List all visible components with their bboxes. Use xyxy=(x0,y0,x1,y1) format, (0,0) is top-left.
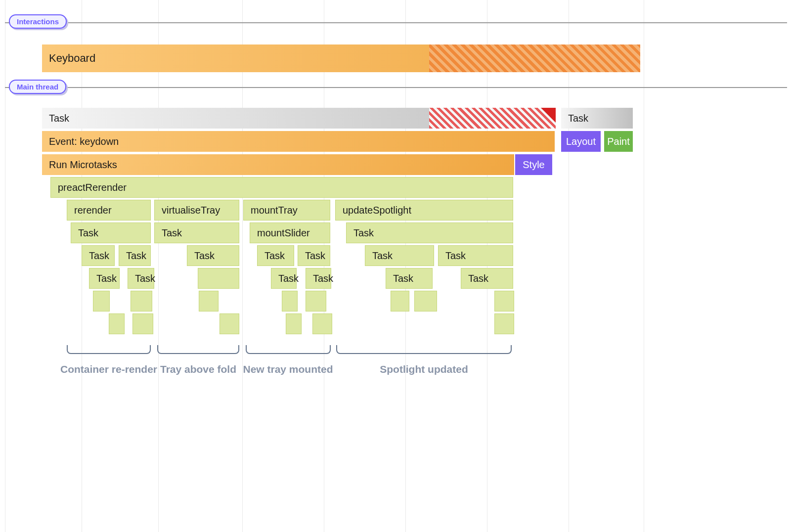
style-bar[interactable]: Style xyxy=(515,154,552,175)
l4-task[interactable]: Task xyxy=(346,222,513,243)
l7-task[interactable] xyxy=(199,291,219,311)
virtualise-tray-bar[interactable]: virtualiseTray xyxy=(154,200,239,221)
l6-task[interactable]: Task xyxy=(271,268,297,289)
bracket-2 xyxy=(157,345,239,354)
l6-task[interactable]: Task xyxy=(306,268,331,289)
rerender-bar[interactable]: rerender xyxy=(67,200,151,221)
flame-chart: Interactions Keyboard Main thread Task T… xyxy=(0,0,792,532)
l7-task[interactable] xyxy=(391,291,409,311)
l8-task[interactable] xyxy=(220,313,239,334)
l6-task[interactable]: Task xyxy=(89,268,120,289)
annotation-1: Container re-render xyxy=(44,363,173,375)
l7-task[interactable] xyxy=(414,291,437,311)
l5-task[interactable]: Task xyxy=(187,245,239,266)
update-spotlight-bar[interactable]: updateSpotlight xyxy=(335,200,513,221)
event-keydown-bar[interactable]: Event: keydown xyxy=(42,131,555,152)
annotation-4: Spotlight updated xyxy=(336,363,512,375)
bracket-3 xyxy=(246,345,331,354)
l5-task[interactable]: Task xyxy=(257,245,294,266)
interactions-label: Interactions xyxy=(9,14,67,29)
l7-task[interactable] xyxy=(93,291,110,311)
bracket-1 xyxy=(67,345,151,354)
l8-task[interactable] xyxy=(286,313,302,334)
interaction-bar-hatch xyxy=(429,44,640,72)
l6-task[interactable]: Task xyxy=(386,268,433,289)
l8-task[interactable] xyxy=(494,313,514,334)
l7-task[interactable] xyxy=(494,291,514,311)
l6-task[interactable]: Task xyxy=(461,268,513,289)
run-microtasks-bar[interactable]: Run Microtasks xyxy=(42,154,514,175)
main-thread-divider xyxy=(5,87,787,88)
l7-task[interactable] xyxy=(306,291,326,311)
preact-rerender-bar[interactable]: preactRerender xyxy=(50,177,513,198)
grid xyxy=(0,0,792,532)
l5-task[interactable]: Task xyxy=(438,245,513,266)
annotation-2: Tray above fold xyxy=(156,363,241,375)
l8-task[interactable] xyxy=(132,313,153,334)
task-bar-2[interactable]: Task xyxy=(561,108,633,129)
long-task-stripe xyxy=(429,108,556,129)
l7-task[interactable] xyxy=(282,291,298,311)
mount-slider-bar[interactable]: mountSlider xyxy=(250,222,330,243)
l5-task[interactable]: Task xyxy=(298,245,330,266)
l4-task[interactable]: Task xyxy=(71,222,151,243)
l8-task[interactable] xyxy=(109,313,125,334)
l5-task[interactable]: Task xyxy=(82,245,115,266)
l6-task[interactable] xyxy=(198,268,239,289)
main-thread-label: Main thread xyxy=(9,80,66,94)
paint-bar[interactable]: Paint xyxy=(604,131,633,152)
mount-tray-bar[interactable]: mountTray xyxy=(243,200,330,221)
l8-task[interactable] xyxy=(312,313,332,334)
l4-task[interactable]: Task xyxy=(154,222,239,243)
l5-task[interactable]: Task xyxy=(119,245,151,266)
bracket-4 xyxy=(336,345,512,354)
long-task-triangle xyxy=(541,108,556,123)
l6-task[interactable]: Task xyxy=(128,268,154,289)
l7-task[interactable] xyxy=(131,291,152,311)
annotation-3: New tray mounted xyxy=(240,363,336,375)
layout-bar[interactable]: Layout xyxy=(561,131,601,152)
l5-task[interactable]: Task xyxy=(365,245,434,266)
interactions-divider xyxy=(5,22,787,23)
